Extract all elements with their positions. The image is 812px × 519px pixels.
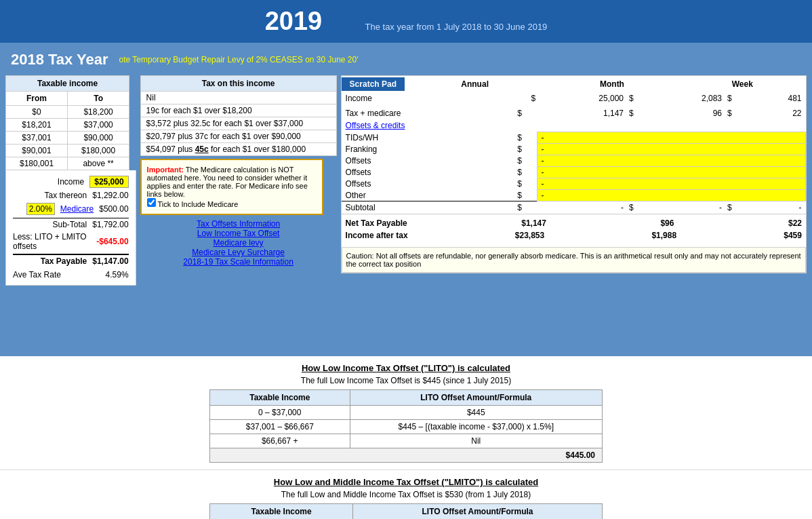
lmito-col2: LITO Offset Amount/Formula	[353, 504, 603, 520]
sp-tax-dollar: $	[516, 107, 537, 119]
table-row: $18,201$37,000	[6, 119, 129, 132]
sp-offsets1-label: Offsets	[342, 155, 516, 167]
lmito-section: How Low and Middle Income Tax Offset ("L…	[0, 469, 812, 519]
sp-tax-week: 22	[746, 107, 805, 119]
ave-tax-row: Ave Tax Rate 4.59%	[13, 267, 129, 281]
table-row: $0$18,200	[6, 106, 129, 119]
sp-income-label: Income	[342, 92, 516, 104]
main-wrapper: 2018 Tax Year ote Temporary Budget Repai…	[0, 43, 812, 355]
caution-text: Caution: Not all offsets are refundable,…	[346, 252, 801, 268]
medicare-levy-link[interactable]: Medicare levy	[140, 238, 337, 248]
tax-year-header: 2018 Tax Year ote Temporary Budget Repai…	[5, 48, 807, 71]
sp-franking-value[interactable]: -	[537, 144, 805, 155]
sp-offsets2-label: Offsets	[342, 167, 516, 178]
sp-offsets1-dollar: $	[516, 155, 537, 167]
sp-subtotal-dollar: $	[516, 201, 537, 214]
low-income-link[interactable]: Low Income Tax Offset	[140, 229, 337, 238]
sp-tids-value[interactable]: -	[537, 132, 805, 144]
sp-income-month-dollar: $	[628, 92, 647, 104]
lito-col2: LITO Offset Amount/Formula	[350, 390, 602, 406]
sp-net-tax-label: Net Tax Payable	[346, 218, 407, 228]
sp-offsets3-value[interactable]: -	[537, 178, 805, 190]
tax-on-income-section: Tax on this income Nil 19c for each $1 o…	[140, 75, 337, 267]
sp-offsets1-row: Offsets $ -	[342, 155, 806, 167]
sp-offsets2-dollar: $	[516, 167, 537, 178]
sp-subtotal-month: -	[647, 201, 726, 214]
sp-col-headers: Annual Month Week	[405, 78, 806, 90]
sp-net-tax-month: $96	[660, 218, 674, 228]
sp-other-label: Other	[342, 190, 516, 201]
tax-on-income-table: Tax on this income Nil 19c for each $1 o…	[140, 75, 337, 156]
sp-offsets3-dollar: $	[516, 178, 537, 190]
table-row: 19c for each $1 over $18,200	[140, 104, 336, 117]
sp-tids-dollar: $	[516, 132, 537, 144]
sp-offsets-credits-row: Offsets & credits	[342, 119, 806, 132]
col-from: From	[6, 92, 68, 106]
medicare-percent[interactable]: 2.00%	[26, 203, 55, 215]
sp-subtotal-week-dollar: $	[726, 201, 746, 214]
tax-scale-link[interactable]: 2018-19 Tax Scale Information	[140, 257, 337, 267]
sp-net-tax-week: $22	[788, 218, 802, 228]
sp-franking-dollar: $	[516, 144, 537, 155]
sp-other-value[interactable]: -	[537, 190, 805, 201]
sp-income-dollar: $	[516, 92, 537, 104]
tax-thereon-label: Tax thereon	[45, 191, 87, 200]
table-row: $37,001$90,000	[6, 132, 129, 145]
taxable-income-section: Taxable income From To $0$18,200 $18,201…	[5, 75, 136, 286]
sp-other-row: Other $ -	[342, 190, 806, 201]
sp-tax-month-dollar: $	[628, 107, 647, 119]
lmito-col1: Taxable Income	[210, 504, 353, 520]
table-row: $180,001above **	[6, 157, 129, 170]
sp-income-after-row: Income after tax $23,853 $1,988 $459	[346, 229, 802, 242]
tax-payable-value: $1,147.00	[92, 256, 128, 266]
tables-and-calc: Taxable income From To $0$18,200 $18,201…	[5, 75, 807, 286]
medicare-link[interactable]: Medicare	[60, 204, 94, 214]
sp-net-tax-annual: $1,147	[521, 218, 546, 228]
medicare-surcharge-link[interactable]: Medicare Levy Surcharge	[140, 248, 337, 257]
sp-tax-week-dollar: $	[726, 107, 746, 119]
tax-thereon-row: Tax thereon $1,292.00	[13, 189, 129, 201]
sp-income-after-week: $459	[784, 231, 802, 240]
income-value[interactable]: $25,000	[89, 176, 128, 188]
scratch-pad-header-row: Scratch Pad Annual Month Week	[342, 76, 806, 92]
tooltip-checkbox-label[interactable]: Tick to Include Medicare	[147, 200, 239, 208]
sp-subtotal-row: Subtotal $ - $ - $ -	[342, 201, 806, 214]
important-label: Important:	[147, 166, 184, 174]
lito-total-row: $445.00	[210, 448, 603, 463]
tax-offsets-link[interactable]: Tax Offsets Information	[140, 219, 337, 229]
lito-subtitle: The full Low Income Tax Offset is $445 (…	[41, 376, 771, 385]
lito-section: How Low Income Tax Offset ("LITO") is ca…	[0, 355, 812, 469]
col-to: To	[68, 92, 129, 106]
table-row: $37,001 – $66,667$445 – [(taxable income…	[210, 420, 603, 434]
lito-row: Less: LITO + LMITO offsets -$645.00	[13, 231, 129, 252]
tax-thereon-value: $1,292.00	[92, 191, 128, 200]
table-row: $3,572 plus 32.5c for each $1 over $37,0…	[140, 117, 336, 130]
sp-income-week: 481	[746, 92, 805, 104]
sp-table: Income $ 25,000 $ 2,083 $ 481 Tax + medi…	[342, 92, 806, 214]
header-year: 2019	[265, 7, 323, 35]
sp-subtotal-annual: -	[537, 201, 628, 214]
tooltip-checkbox-text: Tick to Include Medicare	[157, 200, 238, 208]
col-annual: Annual	[448, 79, 502, 89]
header-bar: 2019 The tax year from 1 July 2018 to 30…	[0, 0, 812, 43]
include-medicare-checkbox[interactable]	[147, 198, 156, 207]
sp-tax-annual: 1,147	[537, 107, 628, 119]
sp-offsets1-value[interactable]: -	[537, 155, 805, 167]
sp-tids-row: TIDs/WH $ -	[342, 132, 806, 144]
tax-payable-label: Tax Payable	[41, 256, 87, 266]
subtotal-value: $1,792.00	[92, 220, 128, 229]
subtotal-label: Sub-Total	[53, 220, 87, 229]
income-row: Income $25,000	[13, 174, 129, 189]
sp-subtotal-week: -	[746, 201, 805, 214]
sp-offsets2-value[interactable]: -	[537, 167, 805, 178]
medicare-row: 2.00% Medicare $500.00	[13, 201, 129, 216]
tax-on-income-header: Tax on this income	[140, 76, 336, 92]
header-subtitle: The tax year from 1 July 2018 to 30 June…	[365, 22, 548, 32]
lito-table: Taxable Income LITO Offset Amount/Formul…	[209, 389, 603, 463]
medicare-tooltip: Important: The Medicare calculation is N…	[140, 159, 323, 215]
sp-income-month: 2,083	[647, 92, 726, 104]
budget-note: ote Temporary Budget Repair Levy of 2% C…	[119, 55, 359, 64]
taxable-income-table: Taxable income From To $0$18,200 $18,201…	[5, 75, 129, 170]
sp-net-tax-row: Net Tax Payable $1,147 $96 $22	[346, 217, 802, 229]
sp-offsets3-label: Offsets	[342, 178, 516, 190]
